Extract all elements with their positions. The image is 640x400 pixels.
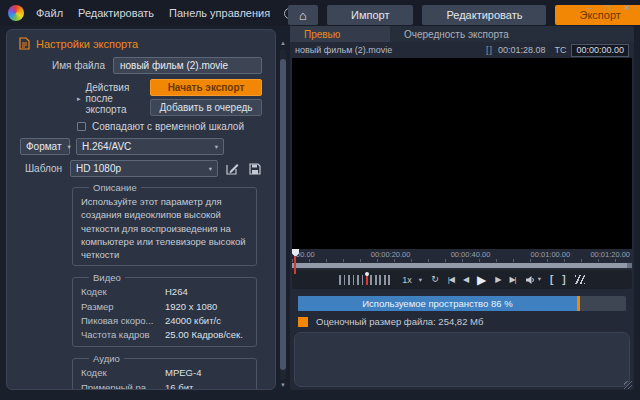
go-to-end-button[interactable]: ▶| (509, 276, 515, 284)
timeline-ruler[interactable]: 00.00 00:00:20.00 00:00:40.00 00:01:00.0… (292, 249, 632, 262)
jog-shuttle-slider[interactable] (339, 275, 393, 285)
menu-edit[interactable]: Редактировать (78, 7, 154, 19)
file-name-label: Имя файла (15, 60, 113, 71)
file-name-row: Имя файла новый фильм (2).movie (15, 57, 267, 74)
actions-row: ▸ Действия после экспорта Начать экспорт… (15, 79, 267, 116)
match-timeline-label: Совпадают с временной шкалой (92, 121, 244, 132)
chevron-right-icon: ▸ (77, 95, 81, 103)
chevron-down-icon: ▾ (419, 276, 422, 284)
description-text: Используйте этот параметр для создания в… (81, 195, 248, 261)
home-button[interactable]: ⌂ (288, 5, 318, 25)
clear-marks-icon[interactable] (575, 275, 585, 284)
chevron-down-icon: ▾ (215, 143, 218, 151)
start-export-button[interactable]: Начать экспорт (150, 79, 262, 96)
file-name-input[interactable]: новый фильм (2).movie (113, 57, 262, 74)
preview-file-name: новый фильм (2).movie (295, 45, 392, 55)
tab-export-queue[interactable]: Очередность экспорта (390, 26, 523, 42)
step-back-button[interactable]: ◀ (463, 276, 468, 284)
chevron-down-icon: ▾ (538, 276, 541, 283)
video-framerate-value: 25.00 Кадров/сек. (165, 328, 243, 342)
video-codec-row: КодекH264 (81, 285, 248, 299)
scroll-down-icon[interactable]: ▼ (280, 382, 286, 389)
export-settings-header: Настройки экспорта (19, 37, 267, 50)
estimated-size-row: Оценочный размер файла: 254,82 Мб (298, 316, 626, 327)
format-selector[interactable]: Формат ▾ (20, 138, 70, 155)
home-icon: ⌂ (299, 8, 307, 23)
video-section: Видео КодекH264 Размер1920 x 1080 Пикова… (72, 272, 257, 347)
preview-info-bar: новый фильм (2).movie [] 00:01:28.08 TC … (290, 42, 634, 58)
actions-after-export-expander[interactable]: ▸ Действия после экспорта (77, 79, 150, 115)
video-bitrate-value: 24000 кбит/с (165, 314, 221, 328)
menu-control-panel[interactable]: Панель управления (169, 7, 270, 19)
ruler-label-3: 00:01:00.00 (531, 250, 571, 259)
format-row: Формат ▾ H.264/AVC ▾ (15, 138, 267, 155)
close-button[interactable]: ✕ (623, 3, 631, 13)
video-legend: Видео (89, 272, 125, 283)
estimated-size-label: Оценочный размер файла: 254,82 Мб (316, 316, 483, 327)
play-button[interactable]: ▶ (477, 274, 486, 286)
template-value: HD 1080p (76, 163, 121, 174)
add-to-queue-button[interactable]: Добавить в очередь (150, 99, 262, 116)
file-size-swatch (298, 317, 308, 327)
export-buttons: Начать экспорт Добавить в очередь (150, 79, 262, 116)
disk-space-marker (577, 296, 580, 311)
tc-input[interactable]: 00:00:00.00 (571, 44, 629, 57)
template-dropdown[interactable]: HD 1080p ▾ (70, 160, 218, 177)
preview-tabs: Превью Очередность экспорта (290, 26, 634, 42)
tab-edit[interactable]: Редактировать (422, 5, 546, 25)
export-settings-panel: Настройки экспорта Имя файла новый фильм… (6, 29, 276, 390)
scroll-up-icon[interactable]: ▲ (280, 40, 286, 47)
format-value-dropdown[interactable]: H.264/AVC ▾ (76, 138, 224, 155)
ruler-label-1: 00:00:20.00 (371, 250, 411, 259)
settings-scrollbar[interactable]: ▲ ▼ (279, 40, 287, 389)
edit-template-icon[interactable] (225, 161, 240, 176)
description-section: Описание Используйте этот параметр для с… (72, 182, 257, 266)
video-framerate-row: Частота кадров25.00 Кадров/сек. (81, 328, 248, 342)
go-to-start-button[interactable]: |◀ (448, 276, 454, 284)
match-timeline-checkbox[interactable] (77, 122, 86, 131)
maximize-button[interactable]: □ (605, 3, 610, 13)
chevron-down-icon: ▾ (209, 165, 212, 173)
window-controls: – □ ✕ (587, 3, 631, 13)
scrollbar-track[interactable] (280, 49, 286, 380)
duration-icon: [] (486, 45, 493, 55)
step-forward-button[interactable]: ▶ (495, 276, 500, 284)
description-legend: Описание (89, 182, 141, 193)
audio-samplesize-value: 16 бит (165, 381, 193, 390)
loop-button[interactable]: ↻ (431, 275, 439, 284)
resize-grip[interactable] (624, 381, 632, 389)
save-template-icon[interactable] (247, 161, 262, 176)
audio-codec-label: Кодек (81, 366, 165, 380)
menu-file[interactable]: Файл (36, 7, 63, 19)
export-settings-title: Настройки экспорта (36, 38, 138, 50)
audio-legend: Аудио (89, 353, 124, 364)
audio-codec-row: КодекMPEG-4 (81, 366, 248, 380)
video-preview-area[interactable] (292, 58, 632, 249)
speed-selector[interactable]: 1x ▾ (402, 275, 422, 285)
format-label: Формат (26, 141, 62, 152)
audio-samplesize-label: Примерный ра... (81, 381, 165, 390)
disk-space-label: Используемое пространство 86 % (362, 298, 512, 309)
video-bitrate-row: Пиковая скоро...24000 кбит/с (81, 314, 248, 328)
actions-after-export-label: Действия после экспорта (86, 82, 150, 115)
video-framerate-label: Частота кадров (81, 328, 165, 342)
minimize-button[interactable]: – (587, 3, 592, 13)
playback-controls: 1x ▾ ↻ |◀ ◀ ▶ ▶ ▶| ▾ [ ] (292, 270, 632, 289)
playhead-line (294, 256, 296, 274)
app-window: Файл Редактировать Панель управления ? ⌂… (0, 0, 640, 400)
tc-label: TC (554, 45, 566, 55)
format-value: H.264/AVC (82, 141, 131, 152)
volume-button[interactable]: ▾ (525, 275, 541, 285)
video-size-value: 1920 x 1080 (165, 300, 217, 314)
mark-out-button[interactable]: ] (562, 275, 565, 285)
mark-in-button[interactable]: [ (550, 275, 553, 285)
tab-import[interactable]: Импорт (327, 5, 413, 25)
scrollbar-thumb[interactable] (280, 59, 286, 370)
audio-codec-value: MPEG-4 (165, 366, 201, 380)
match-timeline-checkbox-row[interactable]: Совпадают с временной шкалой (77, 121, 267, 132)
tab-preview[interactable]: Превью (290, 26, 390, 42)
video-bitrate-label: Пиковая скоро... (81, 314, 165, 328)
seek-bar[interactable] (292, 263, 632, 268)
duration-value: 00:01:28.08 (498, 45, 546, 55)
speed-value: 1x (402, 275, 412, 285)
